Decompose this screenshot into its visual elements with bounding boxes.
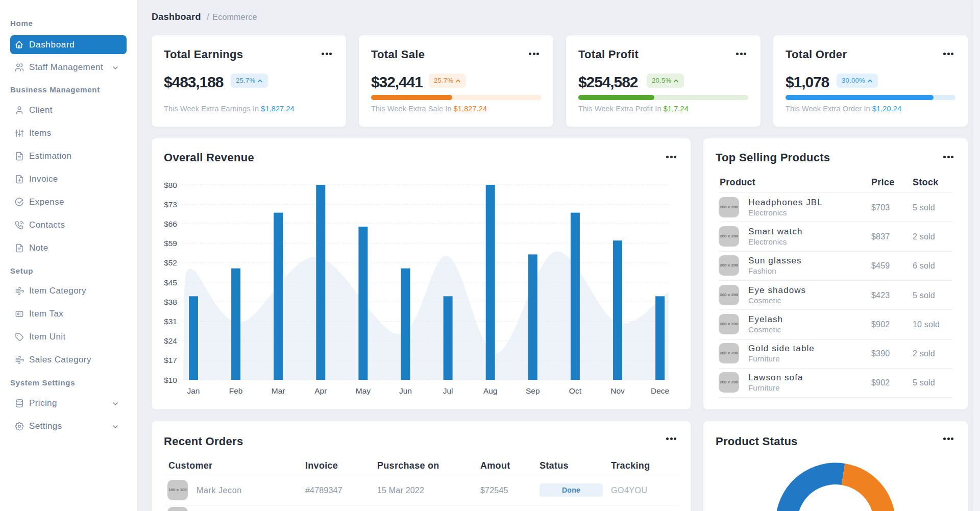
svg-text:$59: $59 xyxy=(164,239,177,248)
svg-text:$24: $24 xyxy=(164,336,177,345)
svg-text:$45: $45 xyxy=(164,278,177,287)
svg-text:Jul: Jul xyxy=(443,386,453,395)
svg-text:Jun: Jun xyxy=(399,386,412,395)
svg-text:Aug: Aug xyxy=(483,386,498,395)
svg-text:Sep: Sep xyxy=(526,386,540,395)
svg-text:$52: $52 xyxy=(164,258,177,267)
svg-text:$10: $10 xyxy=(164,376,177,384)
svg-text:$31: $31 xyxy=(164,317,177,326)
svg-text:Nov: Nov xyxy=(610,386,625,395)
svg-text:$17: $17 xyxy=(164,356,177,364)
svg-text:$73: $73 xyxy=(164,200,177,209)
svg-text:May: May xyxy=(356,386,371,395)
svg-text:Mar: Mar xyxy=(272,386,285,395)
svg-text:Apr: Apr xyxy=(314,386,327,395)
svg-text:$80: $80 xyxy=(164,181,177,189)
svg-text:$38: $38 xyxy=(164,298,177,306)
svg-text:Jan: Jan xyxy=(187,386,200,395)
svg-text:Feb: Feb xyxy=(229,386,243,395)
svg-text:$66: $66 xyxy=(164,220,177,228)
svg-text:Dece: Dece xyxy=(651,386,669,395)
svg-text:Oct: Oct xyxy=(569,386,582,395)
